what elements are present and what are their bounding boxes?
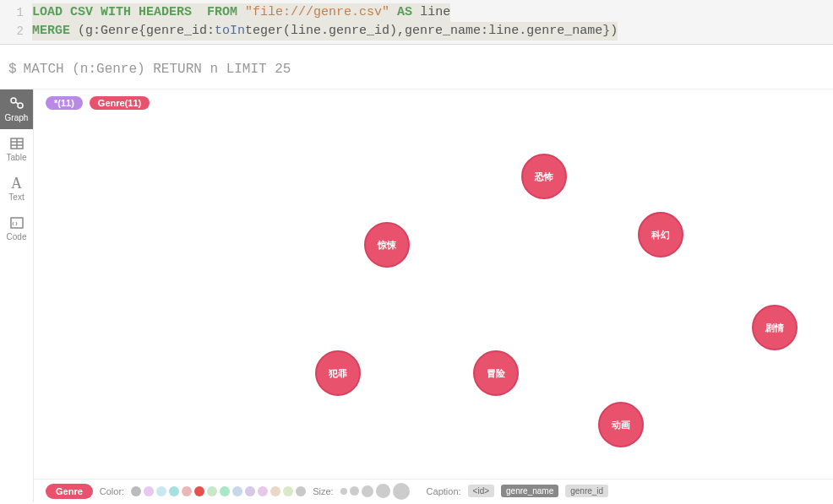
color-swatch[interactable]: [194, 486, 204, 496]
size-swatch[interactable]: [393, 483, 410, 500]
query-text: MATCH (n:Genre) RETURN n LIMIT 25: [24, 62, 291, 77]
sidebar-item-graph[interactable]: Graph: [0, 89, 33, 129]
query-prompt: $: [8, 62, 17, 77]
color-swatch[interactable]: [270, 486, 280, 496]
color-swatch[interactable]: [207, 486, 217, 496]
caption-id[interactable]: <id>: [468, 485, 494, 497]
graph-icon: [9, 96, 24, 111]
view-sidebar: Graph Table A Text Code: [0, 89, 34, 502]
color-swatch[interactable]: [144, 486, 154, 496]
sidebar-label: Graph: [5, 113, 29, 122]
color-swatch[interactable]: [245, 486, 255, 496]
graph-node[interactable]: 惊悚: [364, 222, 410, 268]
size-label: Size:: [313, 486, 333, 496]
label-pill-genre[interactable]: Genre: [46, 484, 93, 499]
color-swatch[interactable]: [131, 486, 141, 496]
graph-node[interactable]: 犯罪: [315, 350, 361, 396]
caption-genre-id[interactable]: genre_id: [565, 485, 608, 497]
sidebar-item-code[interactable]: Code: [0, 209, 33, 248]
code-icon: [10, 215, 24, 230]
color-swatch[interactable]: [283, 486, 293, 496]
graph-node[interactable]: 科幻: [638, 212, 683, 257]
query-bar[interactable]: $ MATCH (n:Genre) RETURN n LIMIT 25: [0, 45, 833, 89]
size-swatch[interactable]: [340, 488, 347, 495]
sidebar-label: Code: [7, 232, 27, 241]
caption-genre-name[interactable]: genre_name: [501, 485, 558, 497]
tag-genre[interactable]: Genre(11): [90, 96, 150, 110]
line-number: 1: [0, 3, 32, 22]
color-swatch[interactable]: [169, 486, 179, 496]
table-icon: [10, 136, 24, 151]
code-line-2[interactable]: MERGE (g:Genre{genre_id:toInteger(line.g…: [32, 22, 618, 41]
code-editor: 1 LOAD CSV WITH HEADERS FROM "file:///ge…: [0, 0, 833, 45]
color-swatch[interactable]: [296, 486, 306, 496]
graph-node[interactable]: 剧情: [752, 305, 798, 350]
tag-all[interactable]: *(11): [46, 96, 83, 110]
size-swatch[interactable]: [376, 484, 390, 498]
color-label: Color:: [100, 486, 124, 496]
sidebar-item-text[interactable]: A Text: [0, 169, 33, 209]
size-swatch[interactable]: [362, 485, 373, 497]
sidebar-item-table[interactable]: Table: [0, 129, 33, 169]
size-swatch[interactable]: [350, 486, 359, 496]
caption-label: Caption:: [427, 486, 461, 496]
svg-line-2: [15, 102, 19, 104]
color-swatch[interactable]: [232, 486, 242, 496]
color-swatch[interactable]: [156, 486, 166, 496]
sidebar-label: Text: [8, 192, 24, 202]
text-icon: A: [11, 176, 22, 191]
line-number: 2: [0, 22, 32, 41]
graph-node[interactable]: 动画: [598, 402, 644, 447]
sidebar-label: Table: [7, 153, 27, 162]
color-swatch[interactable]: [258, 486, 268, 496]
graph-node[interactable]: 恐怖: [521, 154, 567, 199]
color-swatch[interactable]: [182, 486, 192, 496]
color-swatch[interactable]: [220, 486, 230, 496]
graph-node[interactable]: 冒险: [473, 350, 519, 396]
code-line-1[interactable]: LOAD CSV WITH HEADERS FROM "file:///genr…: [32, 3, 450, 22]
style-toolbar: Genre Color: Size: Caption: <id> genre_n…: [34, 479, 833, 502]
graph-viz[interactable]: *(11) Genre(11) 恐怖科幻惊悚剧情犯罪冒险动画 Genre Col…: [34, 89, 833, 502]
